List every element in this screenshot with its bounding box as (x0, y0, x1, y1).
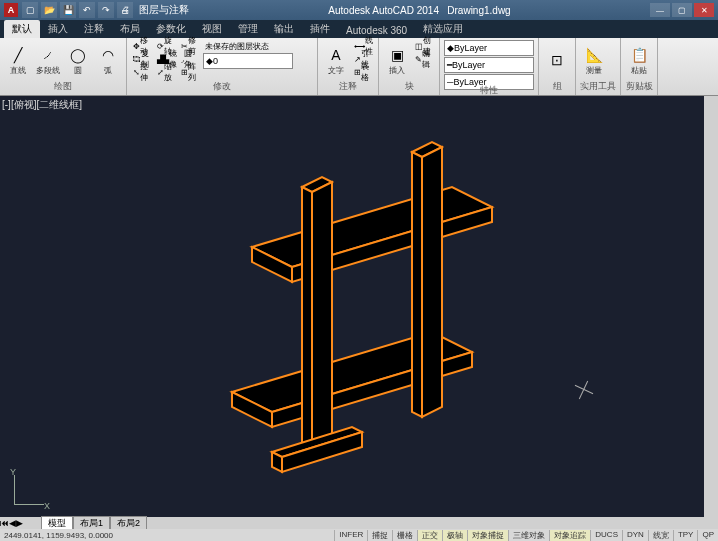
layout-tab-bar: ⏮ ◀ ▶ 模型 布局1 布局2 (0, 517, 718, 529)
panel-modify: ✥ 移动 ⿻ 复制 ⤡ 拉伸 ⟳ 旋转 ▟▙ 镜像 ⤢ 缩放 ✂ 修剪 ◞ 圆角… (127, 38, 318, 95)
lineweight-combo[interactable]: ━ ByLayer (444, 57, 534, 73)
panel-annotation-label: 注释 (322, 80, 374, 93)
tab-nav-next-icon[interactable]: ▶ (16, 518, 23, 528)
panel-clipboard-label: 剪贴板 (625, 80, 653, 93)
drawing-canvas[interactable]: [-][俯视][二维线框] (0, 96, 704, 517)
window-controls: — ▢ ✕ (650, 3, 714, 17)
polyline-button[interactable]: ⟋多段线 (34, 40, 62, 80)
tab-manage[interactable]: 管理 (230, 20, 266, 38)
tab-nav-prev-icon[interactable]: ◀ (9, 518, 16, 528)
panel-block: ▣插入 ◫ 创建 ✎ 编辑 块 (379, 38, 440, 95)
panel-utilities-label: 实用工具 (580, 80, 616, 93)
tab-view[interactable]: 视图 (194, 20, 230, 38)
save-icon[interactable]: 💾 (60, 2, 76, 18)
line-button[interactable]: ╱直线 (4, 40, 32, 80)
ucs-icon: Y X (10, 469, 50, 509)
print-icon[interactable]: 🖨 (117, 2, 133, 18)
tab-insert[interactable]: 插入 (40, 20, 76, 38)
status-osnap[interactable]: 对象捕捉 (467, 530, 508, 541)
line-icon: ╱ (8, 45, 28, 65)
panel-groups-label: 组 (543, 80, 571, 93)
insert-block-button[interactable]: ▣插入 (383, 40, 411, 80)
ribbon: ╱直线 ⟋多段线 ◯圆 ◠弧 绘图 ✥ 移动 ⿻ 复制 ⤡ 拉伸 ⟳ 旋转 ▟▙… (0, 38, 718, 96)
drawing-object (172, 117, 532, 497)
status-tpy[interactable]: TPY (673, 530, 698, 541)
panel-annotation: A文字 ⟷ 线性 ↗ 引线 ⊞ 表格 注释 (318, 38, 379, 95)
tab-nav-first-icon[interactable]: ⏮ (0, 518, 9, 528)
insert-icon: ▣ (387, 45, 407, 65)
arc-icon: ◠ (98, 45, 118, 65)
panel-draw: ╱直线 ⟋多段线 ◯圆 ◠弧 绘图 (0, 38, 127, 95)
array-button[interactable]: ⊞ 阵列 (179, 66, 201, 78)
window-title: Autodesk AutoCAD 2014 Drawing1.dwg (189, 5, 650, 16)
panel-groups: ⊡ 组 (539, 38, 576, 95)
table-button[interactable]: ⊞ 表格 (352, 66, 374, 78)
status-qp[interactable]: QP (697, 530, 718, 541)
status-polar[interactable]: 极轴 (442, 530, 467, 541)
layer-combo[interactable]: ◆ 0 (203, 53, 293, 69)
status-toggles: INFER 捕捉 栅格 正交 极轴 对象捕捉 三维对象 对象追踪 DUCS DY… (334, 530, 718, 541)
panel-clipboard: 📋粘贴 剪贴板 (621, 38, 658, 95)
status-3dosnap[interactable]: 三维对象 (508, 530, 549, 541)
polyline-icon: ⟋ (38, 45, 58, 65)
app-logo-icon[interactable]: A (4, 3, 18, 17)
measure-button[interactable]: 📐测量 (580, 40, 608, 80)
text-icon: A (326, 45, 346, 65)
tab-plugins[interactable]: 插件 (302, 20, 338, 38)
minimize-button[interactable]: — (650, 3, 670, 17)
viewport-label[interactable]: [-][俯视][二维线框] (2, 98, 82, 112)
status-snap[interactable]: 捕捉 (367, 530, 392, 541)
ribbon-tabs: 默认 插入 注释 布局 参数化 视图 管理 输出 插件 Autodesk 360… (0, 20, 718, 38)
stretch-button[interactable]: ⤡ 拉伸 (131, 66, 153, 78)
scale-button[interactable]: ⤢ 缩放 (155, 66, 177, 78)
layer-state-label[interactable]: 未保存的图层状态 (203, 40, 313, 52)
status-lwt[interactable]: 线宽 (648, 530, 673, 541)
status-ducs[interactable]: DUCS (590, 530, 622, 541)
group-icon: ⊡ (547, 50, 567, 70)
circle-icon: ◯ (68, 45, 88, 65)
tab-a360[interactable]: Autodesk 360 (338, 23, 415, 38)
titlebar: A ▢ 📂 💾 ↶ ↷ 🖨 图层与注释 Autodesk AutoCAD 201… (0, 0, 718, 20)
statusbar: 2449.0141, 1159.9493, 0.0000 INFER 捕捉 栅格… (0, 529, 718, 541)
panel-properties: ◆ ByLayer ━ ByLayer ─ ByLayer 特性 (440, 38, 539, 95)
panel-modify-label: 修改 (131, 80, 313, 93)
new-icon[interactable]: ▢ (22, 2, 38, 18)
redo-icon[interactable]: ↷ (98, 2, 114, 18)
panel-block-label: 块 (383, 80, 435, 93)
status-grid[interactable]: 栅格 (392, 530, 417, 541)
close-button[interactable]: ✕ (694, 3, 714, 17)
status-ortho[interactable]: 正交 (417, 530, 442, 541)
qat-extra-label: 图层与注释 (139, 3, 189, 17)
open-icon[interactable]: 📂 (41, 2, 57, 18)
paste-icon: 📋 (629, 45, 649, 65)
circle-button[interactable]: ◯圆 (64, 40, 92, 80)
color-combo[interactable]: ◆ ByLayer (444, 40, 534, 56)
text-button[interactable]: A文字 (322, 40, 350, 80)
measure-icon: 📐 (584, 45, 604, 65)
maximize-button[interactable]: ▢ (672, 3, 692, 17)
group-button[interactable]: ⊡ (543, 40, 571, 80)
arc-button[interactable]: ◠弧 (94, 40, 122, 80)
status-infer[interactable]: INFER (334, 530, 367, 541)
tab-default[interactable]: 默认 (4, 20, 40, 38)
status-dyn[interactable]: DYN (622, 530, 648, 541)
crosshair-cursor-icon (574, 380, 594, 400)
undo-icon[interactable]: ↶ (79, 2, 95, 18)
panel-utilities: 📐测量 实用工具 (576, 38, 621, 95)
tab-output[interactable]: 输出 (266, 20, 302, 38)
status-otrack[interactable]: 对象追踪 (549, 530, 590, 541)
edit-block-button[interactable]: ✎ 编辑 (413, 53, 435, 65)
paste-button[interactable]: 📋粘贴 (625, 40, 653, 80)
vertical-scrollbar[interactable] (704, 96, 718, 517)
tab-annotate[interactable]: 注释 (76, 20, 112, 38)
panel-draw-label: 绘图 (4, 80, 122, 93)
quick-access-toolbar: ▢ 📂 💾 ↶ ↷ 🖨 (22, 2, 133, 18)
coordinate-readout: 2449.0141, 1159.9493, 0.0000 (0, 531, 117, 540)
